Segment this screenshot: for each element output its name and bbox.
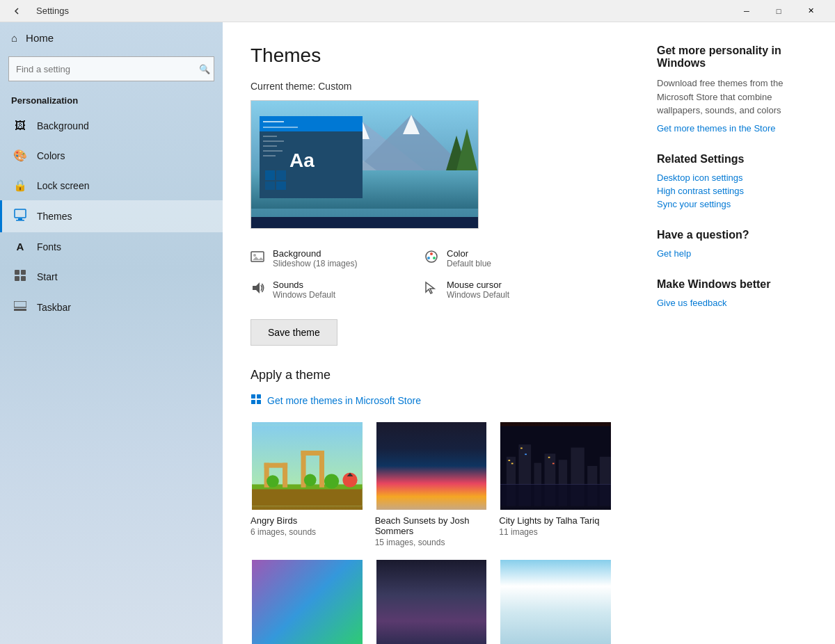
sidebar-item-colors[interactable]: 🎨 Colors	[0, 140, 223, 170]
svg-rect-4	[21, 270, 26, 275]
svg-rect-26	[263, 145, 277, 147]
fonts-icon: A	[13, 241, 27, 252]
theme-preview: Aa	[250, 100, 479, 229]
themes-grid: Angry Birds 6 images, sounds Beach Sunse…	[250, 421, 612, 644]
theme-card-abstract[interactable]: Abstract 8 images	[250, 558, 364, 644]
feedback-link[interactable]: Give us feedback	[657, 298, 818, 308]
right-panel: Get more personality in Windows Download…	[640, 22, 835, 644]
svg-rect-70	[511, 463, 514, 465]
svg-rect-2	[16, 220, 24, 221]
related-settings-section: Related Settings Desktop icon settings H…	[657, 153, 818, 209]
theme-card-img	[499, 558, 612, 644]
svg-rect-27	[263, 150, 283, 152]
svg-rect-51	[264, 463, 287, 468]
svg-marker-35	[253, 257, 264, 260]
svg-rect-1	[18, 218, 22, 220]
svg-rect-75	[500, 484, 611, 506]
svg-point-37	[430, 252, 433, 255]
taskbar-icon	[13, 301, 27, 314]
desktop-icon-settings-link[interactable]: Desktop icon settings	[657, 172, 818, 183]
svg-rect-29	[265, 170, 275, 180]
svg-rect-43	[257, 394, 261, 399]
theme-card-desc: 15 images, sounds	[375, 538, 488, 547]
main-layout: ⌂ Home 🔍 Personalization 🖼 Background 🎨 …	[0, 22, 835, 644]
get-help-link[interactable]: Get help	[657, 248, 818, 259]
cursor-attr[interactable]: Mouse cursor Windows Default	[424, 274, 598, 305]
save-theme-button[interactable]: Save theme	[250, 319, 337, 346]
sidebar-item-lock-screen[interactable]: 🔒 Lock screen	[0, 170, 223, 200]
background-attr-value: Slideshow (18 images)	[273, 259, 357, 268]
theme-card-angry-birds[interactable]: Angry Birds 6 images, sounds	[250, 421, 364, 547]
svg-rect-28	[263, 155, 276, 156]
personality-link[interactable]: Get more themes in the Store	[657, 123, 818, 134]
svg-rect-18	[251, 217, 479, 229]
themes-icon	[13, 209, 27, 224]
minimize-button[interactable]: ─	[731, 0, 763, 22]
theme-card-img	[250, 558, 364, 644]
titlebar-controls: Settings	[8, 3, 69, 19]
start-icon	[13, 269, 27, 284]
color-attr-value: Default blue	[447, 259, 491, 268]
svg-rect-32	[276, 182, 286, 190]
sidebar-item-start[interactable]: Start	[0, 261, 223, 293]
svg-rect-20	[260, 116, 363, 131]
svg-rect-69	[509, 460, 511, 461]
titlebar: Settings ─ □ ✕	[0, 0, 835, 22]
maximize-button[interactable]: □	[763, 0, 795, 22]
personality-section: Get more personality in Windows Download…	[657, 45, 818, 134]
color-attr-name: Color	[447, 248, 491, 259]
svg-rect-3	[15, 270, 19, 275]
sidebar-item-background[interactable]: 🖼 Background	[0, 111, 223, 140]
close-button[interactable]: ✕	[795, 0, 827, 22]
sidebar-item-themes[interactable]: Themes	[0, 200, 223, 232]
theme-card-mountain[interactable]: Mountain 10 images, sounds	[499, 558, 612, 644]
svg-rect-24	[263, 136, 277, 137]
sidebar-item-taskbar[interactable]: Taskbar	[0, 293, 223, 322]
apply-theme-title: Apply a theme	[250, 368, 612, 383]
svg-point-57	[324, 474, 339, 488]
theme-card-city[interactable]: City Lights by Talha Tariq 11 images	[499, 421, 612, 547]
cursor-attr-name: Mouse cursor	[447, 280, 509, 290]
search-input[interactable]	[8, 56, 214, 81]
cursor-attr-value: Windows Default	[447, 290, 509, 300]
theme-card-img	[499, 421, 612, 511]
sounds-attr-icon	[250, 281, 266, 298]
theme-card-name: Beach Sunsets by Josh Sommers	[375, 515, 488, 536]
sounds-attr[interactable]: Sounds Windows Default	[250, 274, 424, 305]
colors-icon: 🎨	[13, 149, 27, 162]
background-icon: 🖼	[13, 120, 27, 132]
page-title: Themes	[250, 45, 612, 67]
feedback-title: Make Windows better	[657, 278, 818, 291]
svg-rect-74	[552, 463, 555, 465]
sidebar-item-fonts[interactable]: A Fonts	[0, 232, 223, 261]
home-nav-item[interactable]: ⌂ Home	[0, 22, 223, 54]
sidebar-item-label: Taskbar	[37, 302, 71, 313]
store-link[interactable]: Get more themes in Microsoft Store	[250, 394, 612, 407]
current-theme-label: Current theme: Custom	[250, 81, 612, 92]
svg-rect-71	[520, 448, 523, 449]
home-icon: ⌂	[11, 32, 17, 44]
color-attr[interactable]: Color Default blue	[424, 243, 598, 274]
store-icon	[250, 394, 262, 407]
store-link-label: Get more themes in Microsoft Store	[267, 395, 421, 406]
background-attr[interactable]: Background Slideshow (18 images)	[250, 243, 424, 274]
sync-settings-link[interactable]: Sync your settings	[657, 199, 818, 209]
theme-card-dark[interactable]: Dark 5 images	[375, 558, 488, 644]
content-area: Themes Current theme: Custom	[223, 22, 640, 644]
svg-point-55	[267, 475, 279, 488]
back-button[interactable]	[8, 3, 25, 19]
theme-attributes: Background Slideshow (18 images) Color D…	[250, 243, 598, 305]
sidebar-item-label: Fonts	[37, 241, 61, 252]
search-icon[interactable]: 🔍	[199, 64, 210, 74]
window-controls: ─ □ ✕	[731, 0, 827, 22]
search-box: 🔍	[8, 56, 214, 81]
svg-point-34	[253, 254, 256, 257]
high-contrast-settings-link[interactable]: High contrast settings	[657, 186, 818, 196]
svg-marker-40	[253, 282, 260, 293]
svg-rect-5	[15, 276, 19, 281]
sidebar-item-label: Start	[37, 271, 58, 282]
theme-card-beach[interactable]: Beach Sunsets by Josh Sommers 15 images,…	[375, 421, 488, 547]
svg-rect-42	[251, 394, 255, 399]
sounds-attr-value: Windows Default	[273, 290, 335, 300]
theme-card-img	[375, 558, 488, 644]
